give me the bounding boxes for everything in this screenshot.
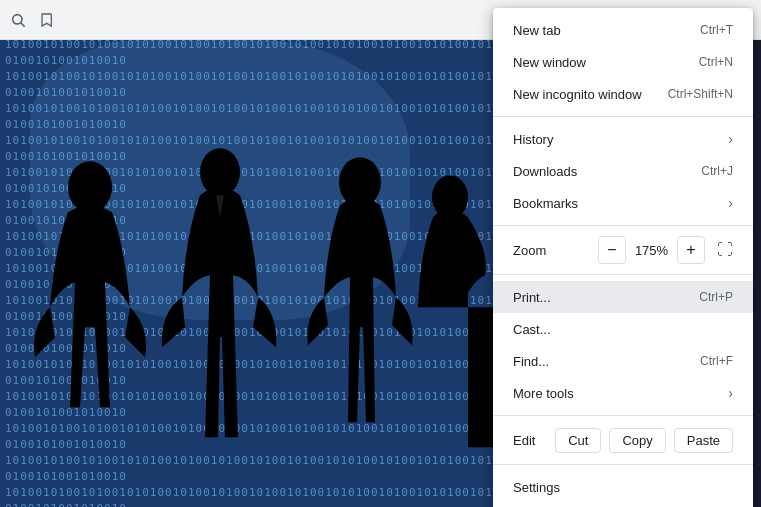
menu-item-more-tools-label: More tools: [513, 386, 720, 401]
menu-item-find-label: Find...: [513, 354, 700, 369]
zoom-plus-button[interactable]: +: [677, 236, 705, 264]
menu-item-history-arrow: ›: [728, 131, 733, 147]
zoom-label: Zoom: [513, 243, 598, 258]
menu-item-new-incognito-window-shortcut: Ctrl+Shift+N: [668, 87, 733, 101]
background-area: 1010010100101001010100101001010100101010…: [0, 0, 500, 507]
menu-item-more-tools[interactable]: More tools ›: [493, 377, 753, 409]
edit-row: Edit Cut Copy Paste: [493, 422, 753, 458]
menu-item-new-tab[interactable]: New tab Ctrl+T: [493, 14, 753, 46]
zoom-row: Zoom − 175% + ⛶: [493, 232, 753, 268]
menu-item-print-label: Print...: [513, 290, 699, 305]
cut-button[interactable]: Cut: [555, 428, 601, 453]
divider-5: [493, 464, 753, 465]
menu-item-downloads[interactable]: Downloads Ctrl+J: [493, 155, 753, 187]
menu-item-settings-label: Settings: [513, 480, 733, 495]
menu-item-new-window-label: New window: [513, 55, 699, 70]
menu-item-find[interactable]: Find... Ctrl+F: [493, 345, 753, 377]
menu-item-history-label: History: [513, 132, 720, 147]
divider-4: [493, 415, 753, 416]
menu-item-print-shortcut: Ctrl+P: [699, 290, 733, 304]
menu-item-new-tab-shortcut: Ctrl+T: [700, 23, 733, 37]
divider-2: [493, 225, 753, 226]
paste-button[interactable]: Paste: [674, 428, 733, 453]
menu-item-new-window[interactable]: New window Ctrl+N: [493, 46, 753, 78]
menu-item-history[interactable]: History ›: [493, 123, 753, 155]
menu-item-new-window-shortcut: Ctrl+N: [699, 55, 733, 69]
zoom-controls: − 175% + ⛶: [598, 236, 733, 264]
menu-item-cast[interactable]: Cast...: [493, 313, 753, 345]
edit-label: Edit: [513, 433, 547, 448]
menu-item-print[interactable]: Print... Ctrl+P: [493, 281, 753, 313]
menu-item-help[interactable]: Help ›: [493, 503, 753, 507]
menu-item-settings[interactable]: Settings: [493, 471, 753, 503]
menu-item-bookmarks[interactable]: Bookmarks ›: [493, 187, 753, 219]
menu-item-downloads-shortcut: Ctrl+J: [701, 164, 733, 178]
zoom-value: 175%: [634, 243, 669, 258]
fullscreen-icon[interactable]: ⛶: [717, 241, 733, 259]
menu-item-new-incognito-window[interactable]: New incognito window Ctrl+Shift+N: [493, 78, 753, 110]
copy-button[interactable]: Copy: [609, 428, 665, 453]
bookmark-icon[interactable]: [36, 10, 56, 30]
divider-1: [493, 116, 753, 117]
menu-item-more-tools-arrow: ›: [728, 385, 733, 401]
menu-item-bookmarks-label: Bookmarks: [513, 196, 720, 211]
zoom-minus-button[interactable]: −: [598, 236, 626, 264]
svg-line-5: [21, 23, 25, 27]
menu-item-bookmarks-arrow: ›: [728, 195, 733, 211]
menu-item-new-tab-label: New tab: [513, 23, 700, 38]
divider-3: [493, 274, 753, 275]
search-icon[interactable]: [8, 10, 28, 30]
menu-item-find-shortcut: Ctrl+F: [700, 354, 733, 368]
menu-item-downloads-label: Downloads: [513, 164, 701, 179]
menu-item-new-incognito-window-label: New incognito window: [513, 87, 668, 102]
chrome-menu: New tab Ctrl+T New window Ctrl+N New inc…: [493, 8, 753, 507]
svg-point-4: [13, 14, 22, 23]
menu-item-cast-label: Cast...: [513, 322, 733, 337]
